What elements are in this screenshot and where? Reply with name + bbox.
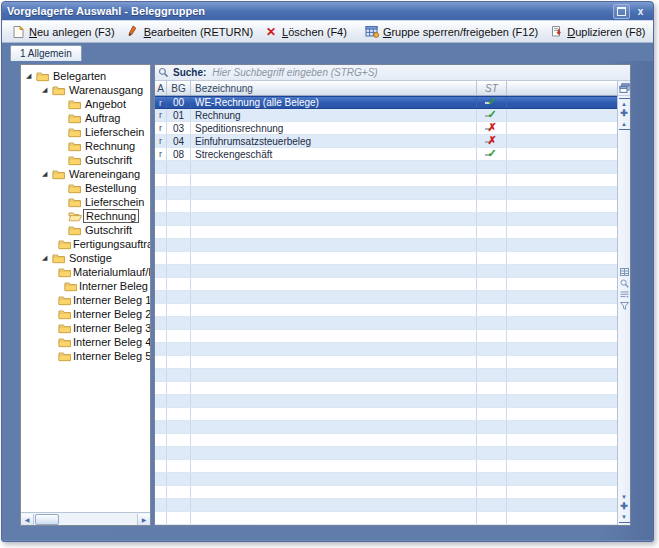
- tree-item[interactable]: Interner Beleg 5 (PPS): [21, 349, 150, 363]
- tree-item-label: Angebot: [83, 98, 128, 110]
- edit-button-label: Bearbeiten (RETURN): [144, 26, 253, 38]
- column-header-a[interactable]: A: [155, 81, 167, 95]
- table-row[interactable]: r 00 WE-Rechnung (alle Belege): [155, 96, 617, 109]
- folder-icon: [58, 337, 71, 348]
- tree-item[interactable]: Lieferschein: [21, 125, 150, 139]
- expander-icon[interactable]: ◢: [42, 253, 52, 263]
- edit-pen-icon: [126, 25, 140, 39]
- folder-icon: [52, 169, 67, 180]
- scroll-page-up-icon[interactable]: ▲: [619, 119, 630, 130]
- edit-button[interactable]: Bearbeiten (RETURN): [121, 24, 258, 40]
- empty-row: [155, 226, 617, 239]
- new-button[interactable]: Neu anlegen (F3): [6, 24, 120, 40]
- table-row[interactable]: r 03 Speditionsrechnung: [155, 122, 617, 135]
- tree-item-label: Interner Beleg 5 (PPS): [71, 350, 151, 362]
- row-lines-icon[interactable]: [620, 291, 629, 299]
- tree-item-label: Interner Beleg 3 (PPS): [71, 322, 151, 334]
- grid-view-icon[interactable]: [620, 268, 629, 276]
- tab-allgemein[interactable]: 1 Allgemein: [10, 45, 82, 61]
- tree-item[interactable]: Angebot: [21, 97, 150, 111]
- column-header-bg[interactable]: BG: [167, 81, 191, 95]
- restore-icon[interactable]: [613, 4, 630, 19]
- folder-icon: [58, 351, 71, 362]
- empty-row: [155, 304, 617, 317]
- row-marker: r: [155, 148, 167, 160]
- tree-item-label: Rechnung: [83, 209, 139, 223]
- content-area: ◢Belegarten◢WarenausgangAngebotAuftragLi…: [2, 61, 653, 540]
- grid-scroll-strip[interactable]: ▲ ✚ ▲ ▼ ✚ ▼: [617, 81, 630, 525]
- tree-item[interactable]: Interner Beleg: [21, 279, 150, 293]
- tree-item-label: Materialumlauf/Reparatur: [71, 266, 151, 278]
- tree-item-label: Interner Beleg 1 (PPS): [71, 294, 151, 306]
- folder-icon: [58, 323, 71, 334]
- folder-icon: [68, 141, 83, 152]
- tree-item[interactable]: Interner Beleg 4 (PPS): [21, 335, 150, 349]
- scroll-to-bottom-icon[interactable]: ▼: [619, 512, 630, 523]
- delete-button[interactable]: ✕ Löschen (F4): [259, 24, 352, 40]
- tree-item-label: Gutschrift: [83, 154, 134, 166]
- tree-item[interactable]: Interner Beleg 2 (PPS): [21, 307, 150, 321]
- column-chooser-icon[interactable]: [618, 81, 630, 96]
- tree-item[interactable]: Rechnung: [21, 139, 150, 153]
- grid-panel: Suche: A BG Bezeichnung ST r 00 WE-Re: [154, 64, 631, 526]
- tree-item[interactable]: Lieferschein: [21, 195, 150, 209]
- table-row[interactable]: r 01 Rechnung: [155, 109, 617, 122]
- search-input[interactable]: [210, 66, 627, 79]
- empty-row: [155, 473, 617, 486]
- tree-item[interactable]: ◢Wareneingang: [21, 167, 150, 181]
- folder-icon: [64, 281, 77, 292]
- tree-item[interactable]: Interner Beleg 1 (PPS): [21, 293, 150, 307]
- tree-item-label: Wareneingang: [67, 168, 142, 180]
- empty-row: [155, 200, 617, 213]
- column-header-bezeichnung[interactable]: Bezeichnung: [191, 81, 477, 95]
- duplicate-icon: [549, 25, 563, 39]
- empty-row: [155, 382, 617, 395]
- table-row[interactable]: r 04 Einfuhrumsatzsteuerbeleg: [155, 135, 617, 148]
- tree-item-label: Interner Beleg: [77, 280, 150, 292]
- grid-search-row[interactable]: Suche:: [155, 65, 630, 81]
- scroll-center-icon[interactable]: ✚: [619, 109, 630, 119]
- expander-icon[interactable]: ◢: [26, 71, 36, 81]
- folder-icon: [36, 71, 51, 82]
- titlebar[interactable]: Vorgelagerte Auswahl - Beleggruppen x: [2, 2, 653, 20]
- tree-horizontal-scrollbar[interactable]: ◀ ▶: [21, 512, 150, 525]
- lock-group-button[interactable]: Gruppe sperren/freigeben (F12): [360, 24, 543, 40]
- folder-icon: [58, 267, 71, 278]
- tree-item[interactable]: Materialumlauf/Reparatur: [21, 265, 150, 279]
- duplicate-button[interactable]: Duplizieren (F8): [544, 24, 650, 40]
- scroll-center2-icon[interactable]: ✚: [619, 502, 630, 512]
- scroll-right-icon[interactable]: ▶: [137, 514, 150, 525]
- empty-row: [155, 239, 617, 252]
- tree-item[interactable]: Auftrag: [21, 111, 150, 125]
- empty-row: [155, 252, 617, 265]
- table-row[interactable]: r 08 Streckengeschäft: [155, 148, 617, 161]
- tree-item[interactable]: Gutschrift: [21, 153, 150, 167]
- folder-icon: [58, 295, 71, 306]
- delete-x-icon: ✕: [264, 25, 278, 39]
- tree-item[interactable]: Bestellung: [21, 181, 150, 195]
- row-name: Rechnung: [191, 109, 477, 121]
- tree-item[interactable]: Interner Beleg 3 (PPS): [21, 321, 150, 335]
- status-cross-icon: [485, 123, 499, 134]
- tree-item[interactable]: Gutschrift: [21, 223, 150, 237]
- tree-item[interactable]: ◢Sonstige: [21, 251, 150, 265]
- filter-icon[interactable]: [620, 302, 629, 310]
- empty-row: [155, 291, 617, 304]
- empty-row: [155, 330, 617, 343]
- expander-icon[interactable]: ◢: [42, 85, 52, 95]
- expander-icon[interactable]: ◢: [42, 169, 52, 179]
- zoom-row-icon[interactable]: [620, 279, 629, 288]
- tree-item[interactable]: Rechnung: [21, 209, 150, 223]
- scroll-left-icon[interactable]: ◀: [21, 514, 34, 525]
- column-header-st[interactable]: ST: [477, 81, 507, 95]
- folder-icon: [68, 155, 83, 166]
- close-icon[interactable]: x: [633, 5, 648, 18]
- tree-item-label: Belegarten: [51, 70, 108, 82]
- tree-item[interactable]: ◢Warenausgang: [21, 83, 150, 97]
- tree-item[interactable]: ◢Belegarten: [21, 69, 150, 83]
- tree: ◢Belegarten◢WarenausgangAngebotAuftragLi…: [21, 65, 150, 363]
- grid-header-row: A BG Bezeichnung ST: [155, 81, 617, 96]
- tree-item[interactable]: Fertigungsauftrag (PPS): [21, 237, 150, 251]
- scrollbar-thumb[interactable]: [35, 514, 59, 525]
- row-bg: 03: [167, 122, 191, 134]
